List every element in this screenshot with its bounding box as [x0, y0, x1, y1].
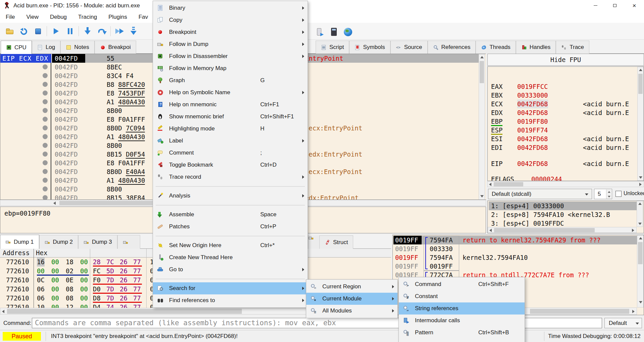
disasm-address[interactable]: 0042FD: [55, 106, 78, 115]
scroll-up-icon[interactable]: [480, 56, 484, 58]
disasm-address[interactable]: 0042FD: [55, 115, 78, 124]
toolbar-phone-button[interactable]: [313, 25, 327, 39]
disasm-bytes[interactable]: A1 480A430: [107, 176, 145, 185]
disasm-bytes[interactable]: A1 480A430: [107, 132, 145, 141]
menu-item-assemble[interactable]: AssembleSpace: [153, 209, 308, 221]
scroll-right-icon[interactable]: [632, 229, 634, 232]
stack-vscrollbar[interactable]: [637, 235, 644, 307]
disasm-address[interactable]: 0042FD: [55, 80, 78, 89]
toolbar-restart-button[interactable]: [17, 24, 31, 38]
menu-item-trace-record[interactable]: Trace record: [153, 171, 308, 183]
toolbar-run-button[interactable]: [49, 24, 63, 38]
menu-item-analysis[interactable]: Analysis: [153, 190, 308, 202]
menu-item-help-on-symbolic-name[interactable]: Help on Symbolic Name: [153, 87, 308, 99]
register-row[interactable]: ESI 0042FD68<acid burn.E: [491, 134, 510, 143]
dump-hscroll-thumb[interactable]: [7, 309, 242, 314]
menu-item-follow-in-disassembler[interactable]: Follow in Disassembler: [153, 50, 308, 62]
disasm-bytes[interactable]: A1 480A430: [107, 98, 145, 106]
scroll-right-icon[interactable]: [632, 310, 635, 313]
tab-breakpoi[interactable]: Breakpoi: [95, 41, 136, 54]
scroll-down-icon[interactable]: [639, 176, 642, 179]
disasm-address[interactable]: 0042FD: [55, 141, 78, 150]
menu-item-help-on-mnemonic[interactable]: Help on mnemonicCtrl+F1: [153, 99, 308, 111]
toolbar-globe-button[interactable]: [341, 25, 355, 39]
dump-tab-dump-3[interactable]: Dump 3: [78, 235, 117, 249]
disasm-bytes[interactable]: E8 F0A1FFF: [107, 159, 145, 167]
disasm-bytes[interactable]: 8B0D E40A4: [107, 167, 145, 176]
menu-item-toggle-bookmark[interactable]: Toggle BookmarkCtrl+D: [153, 159, 308, 171]
scroll-left-icon[interactable]: [489, 229, 492, 232]
arg-count-stepper[interactable]: 5: [594, 189, 612, 199]
breakpoint-dot[interactable]: [43, 117, 48, 122]
disasm-bytes[interactable]: 8B00: [107, 185, 122, 193]
maximize-button[interactable]: [605, 0, 625, 11]
disasm-address[interactable]: 0042FD: [55, 193, 78, 200]
stepper-down-button[interactable]: [606, 194, 611, 199]
tab-handles[interactable]: Handles: [516, 41, 556, 54]
menubar-item-file[interactable]: File: [0, 14, 20, 20]
disasm-address[interactable]: 0042FD: [55, 185, 78, 193]
breakpoint-dot[interactable]: [43, 195, 48, 200]
disasm-bytes[interactable]: 55: [107, 54, 114, 63]
command-mode-select[interactable]: Default: [604, 318, 642, 328]
disasm-address[interactable]: 0042FD: [52, 54, 85, 63]
scroll-up-icon[interactable]: [639, 69, 642, 71]
submenu-item-constant[interactable]: Constant: [399, 290, 525, 302]
register-row[interactable]: ESP 0019FF74: [491, 126, 510, 134]
submenu-item-string-references[interactable]: String references: [399, 302, 525, 315]
argument-row[interactable]: 2: [esp+8] 7594FA10 <kernel32.B: [489, 210, 637, 219]
submenu-item-all-modules[interactable]: All Modules: [306, 305, 397, 317]
toolbar-open-button[interactable]: [3, 24, 17, 38]
submenu-item-command[interactable]: CommandCtrl+Shift+F: [399, 278, 525, 290]
args-hscroll-thumb[interactable]: [494, 228, 595, 232]
toolbar-pause-button[interactable]: [63, 24, 77, 38]
registers-hscrollbar[interactable]: [487, 181, 644, 187]
disasm-bytes[interactable]: 8B15 D0F54: [107, 150, 145, 159]
scroll-left-icon[interactable]: [2, 310, 4, 313]
disasm-bytes[interactable]: 8B00: [107, 141, 122, 150]
breakpoint-dot[interactable]: [43, 125, 48, 130]
menu-item-comment[interactable]: Comment;: [153, 147, 308, 159]
register-row[interactable]: EAX 0019FFCC: [491, 82, 510, 91]
disasm-address[interactable]: 0042FD: [55, 150, 78, 159]
menu-item-copy[interactable]: Copy: [153, 14, 308, 26]
dump-tab-dump-2[interactable]: Dump 2: [39, 235, 78, 249]
minimize-button[interactable]: [586, 0, 605, 11]
breakpoint-dot[interactable]: [43, 108, 48, 113]
menu-item-follow-in-memory-map[interactable]: Follow in Memory Map: [153, 62, 308, 74]
tab-log[interactable]: Log: [32, 41, 60, 54]
menu-item-binary[interactable]: Binary: [153, 2, 308, 14]
scroll-down-icon[interactable]: [638, 223, 642, 225]
register-row[interactable]: EIP 0042FD68<acid burn.E: [491, 159, 510, 168]
scroll-left-icon[interactable]: [53, 202, 56, 205]
disasm-vscroll-thumb[interactable]: [480, 61, 484, 83]
disasm-bytes[interactable]: 8B15 38F84: [107, 193, 145, 200]
menu-item-find-references-to[interactable]: Find references to: [153, 294, 308, 306]
tab-script[interactable]: Script: [316, 41, 349, 54]
breakpoint-dot[interactable]: [43, 143, 48, 148]
register-row[interactable]: EBX 00333000: [491, 91, 510, 100]
menubar-item-fav[interactable]: Fav: [133, 14, 154, 20]
disasm-address[interactable]: 0042FD: [55, 89, 78, 98]
breakpoint-dot[interactable]: [43, 99, 48, 104]
disasm-bytes[interactable]: E8 7453FDF: [107, 89, 145, 98]
arguments-view[interactable]: 1: [esp+4] 003330002: [esp+8] 7594FA10 <…: [487, 201, 644, 233]
menu-item-show-mnemonic-brief[interactable]: Show mnemonic briefCtrl+Shift+F1: [153, 111, 308, 123]
menubar-item-view[interactable]: View: [20, 14, 44, 20]
scroll-down-icon[interactable]: [639, 301, 642, 303]
hide-fpu-button[interactable]: Hide FPU: [487, 54, 644, 66]
scroll-up-icon[interactable]: [639, 237, 642, 239]
tab-trace[interactable]: Trace: [556, 41, 589, 54]
menu-item-set-new-origin-here[interactable]: Set New Origin HereCtrl+*: [153, 239, 308, 251]
menu-item-create-new-thread-here[interactable]: Create New Thread Here: [153, 251, 308, 264]
register-row[interactable]: EDI 0042FD68<acid burn.E: [491, 143, 510, 152]
args-vscrollbar[interactable]: [637, 201, 643, 227]
disasm-address[interactable]: 0042FD: [55, 63, 78, 71]
disasm-bytes[interactable]: 83C4 F4: [107, 71, 133, 80]
args-hscrollbar[interactable]: [488, 227, 637, 233]
menu-item-patches[interactable]: PatchesCtrl+P: [153, 221, 308, 233]
registers-hscroll-thumb[interactable]: [494, 182, 523, 186]
tab-notes[interactable]: Notes: [60, 41, 94, 54]
toolbar-calc-button[interactable]: [327, 25, 341, 39]
breakpoint-dot[interactable]: [43, 169, 48, 174]
